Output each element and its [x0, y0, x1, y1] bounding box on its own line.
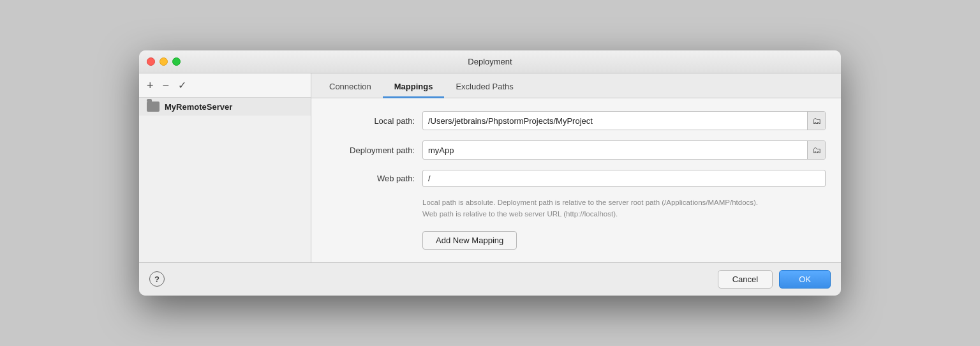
folder-browse-icon-2: 🗂	[812, 145, 821, 155]
folder-browse-icon: 🗂	[812, 116, 821, 126]
sidebar-toolbar: + − ✓	[139, 73, 311, 98]
window-title: Deployment	[468, 57, 512, 66]
tab-mappings[interactable]: Mappings	[383, 77, 445, 98]
tabs: Connection Mappings Excluded Paths	[311, 73, 841, 98]
form-area: Local path: 🗂 Deployment path: 🗂	[311, 98, 841, 262]
tab-connection[interactable]: Connection	[318, 77, 383, 98]
server-name: MyRemoteServer	[165, 102, 232, 112]
form-hint: Local path is absolute. Deployment path …	[422, 197, 826, 220]
remove-server-button[interactable]: −	[163, 80, 170, 91]
minimize-button[interactable]	[160, 57, 168, 66]
bottom-bar: ? Cancel OK	[139, 262, 841, 296]
main-content: + − ✓ MyRemoteServer Connection Mappings…	[139, 73, 841, 262]
server-item[interactable]: MyRemoteServer	[139, 98, 311, 116]
web-path-row: Web path:	[327, 170, 826, 187]
tab-excluded-paths[interactable]: Excluded Paths	[444, 77, 524, 98]
deployment-path-browse-button[interactable]: 🗂	[807, 141, 825, 159]
sidebar: + − ✓ MyRemoteServer	[139, 73, 311, 262]
ok-button[interactable]: OK	[779, 270, 831, 289]
add-new-mapping-button[interactable]: Add New Mapping	[422, 231, 517, 250]
local-path-input[interactable]	[423, 113, 807, 129]
deployment-path-input-wrapper: 🗂	[422, 140, 826, 160]
add-server-button[interactable]: +	[147, 80, 154, 91]
folder-icon	[147, 102, 160, 112]
local-path-input-wrapper: 🗂	[422, 111, 826, 130]
traffic-lights	[147, 57, 181, 66]
local-path-label: Local path:	[327, 116, 422, 126]
maximize-button[interactable]	[172, 57, 181, 66]
deployment-path-label: Deployment path:	[327, 146, 422, 155]
bottom-buttons: Cancel OK	[718, 270, 831, 289]
local-path-browse-button[interactable]: 🗂	[807, 112, 825, 130]
deployment-window: Deployment + − ✓ MyRemoteServer Connecti…	[139, 50, 841, 296]
check-button[interactable]: ✓	[178, 80, 186, 91]
cancel-button[interactable]: Cancel	[718, 270, 773, 289]
help-button[interactable]: ?	[149, 271, 165, 287]
local-path-row: Local path: 🗂	[327, 111, 826, 130]
close-button[interactable]	[147, 57, 155, 66]
web-path-label: Web path:	[327, 174, 422, 183]
deployment-path-input[interactable]	[423, 142, 807, 158]
web-path-input[interactable]	[423, 170, 825, 186]
right-panel: Connection Mappings Excluded Paths Local…	[311, 73, 841, 262]
web-path-input-wrapper	[422, 170, 826, 187]
titlebar: Deployment	[139, 50, 841, 73]
deployment-path-row: Deployment path: 🗂	[327, 140, 826, 160]
